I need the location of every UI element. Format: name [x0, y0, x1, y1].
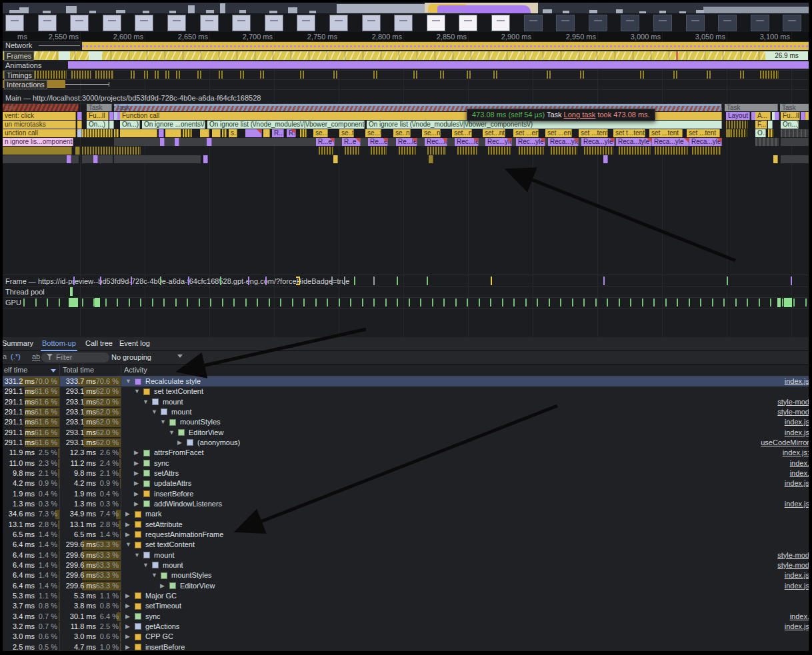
source-link[interactable]: index.js: [785, 377, 809, 385]
source-link[interactable]: index.: [790, 459, 809, 467]
tab-event-log[interactable]: Event log: [118, 337, 151, 350]
collapse-arrow-icon[interactable]: ▼: [143, 398, 149, 405]
cpu-overview-strip[interactable]: [3, 3, 809, 13]
source-link[interactable]: index.js: [785, 479, 809, 487]
expand-arrow-icon[interactable]: ▶: [134, 480, 139, 486]
filmstrip-thumbnail[interactable]: [718, 15, 737, 31]
flame-recalculate-style[interactable]: Rec...le: [425, 138, 447, 146]
flame-recalculate-style[interactable]: Rec...le: [455, 138, 479, 146]
source-link[interactable]: index.: [790, 469, 809, 477]
tab-summary[interactable]: Summary: [3, 337, 35, 350]
flame-event[interactable]: [175, 138, 179, 146]
table-row[interactable]: 291.1 ms61.6 %293.1 ms62.0 %▼EditorViewi…: [3, 428, 809, 438]
flame-event-nignorelisomponents[interactable]: n ignore lis...omponents\/): [3, 138, 73, 146]
flame-event[interactable]: [429, 155, 433, 163]
collapse-arrow-icon[interactable]: ▼: [160, 418, 166, 425]
flame-event[interactable]: [77, 129, 82, 137]
table-row[interactable]: 6.4 ms1.4 %299.6 ms63.3 %▼mountstyle-mod: [3, 550, 809, 560]
flame-event-a[interactable]: A...: [755, 112, 771, 120]
flame-set-textcontent[interactable]: se..nt: [393, 129, 411, 137]
grouping-select[interactable]: No grouping: [111, 353, 151, 361]
table-row[interactable]: 3.7 ms0.8 %3.8 ms0.8 %▶setTimeout: [3, 601, 809, 611]
filmstrip-thumbnail[interactable]: [751, 15, 769, 31]
flame-event[interactable]: [109, 112, 114, 120]
flame-event[interactable]: [114, 147, 141, 155]
flame-event-st[interactable]: s...t: [229, 129, 237, 137]
source-link[interactable]: style-mod: [777, 561, 809, 569]
filmstrip-thumbnail[interactable]: [459, 15, 477, 31]
expand-arrow-icon[interactable]: ▶: [134, 460, 139, 466]
thread-pool-activity[interactable]: [70, 287, 73, 296]
flame-event[interactable]: [114, 155, 201, 163]
flame-event[interactable]: [263, 129, 270, 137]
filmstrip-thumbnail[interactable]: [686, 15, 705, 31]
table-row[interactable]: 1.3 ms0.3 %1.3 ms0.3 %▶addWindowListener…: [3, 499, 809, 509]
table-row[interactable]: 3.0 ms0.6 %3.0 ms0.6 %▶CPP GC: [3, 632, 809, 642]
flame-event[interactable]: [300, 129, 307, 137]
expand-arrow-icon[interactable]: ▶: [177, 439, 182, 446]
flame-event-full[interactable]: Fu...ll: [781, 112, 800, 120]
flame-set-textcontent[interactable]: se...t: [313, 129, 328, 137]
table-row[interactable]: 291.1 ms61.6 %293.1 ms62.0 %▼set textCon…: [3, 386, 809, 396]
table-row[interactable]: 4.2 ms0.9 %4.2 ms0.9 %▶updateAttrsindex.…: [3, 478, 809, 488]
flame-event-ventclick[interactable]: vent: click: [3, 112, 76, 120]
filmstrip-thumbnail[interactable]: [589, 15, 607, 31]
table-row[interactable]: 1.9 ms0.4 %1.9 ms0.4 %▶insertBefore: [3, 489, 809, 499]
flame-event[interactable]: [212, 129, 221, 137]
expand-arrow-icon[interactable]: ▶: [134, 500, 139, 507]
expand-arrow-icon[interactable]: ▶: [125, 623, 130, 630]
table-row[interactable]: 6.5 ms1.4 %6.5 ms1.4 %▶requestAnimationF…: [3, 530, 809, 540]
table-row[interactable]: 6.4 ms1.4 %299.6 ms63.3 %▼set textConten…: [3, 540, 809, 550]
filmstrip-thumbnail[interactable]: [135, 15, 153, 31]
regex-icon[interactable]: (.*): [11, 352, 21, 360]
expand-arrow-icon[interactable]: ▶: [134, 449, 139, 456]
collapse-arrow-icon[interactable]: ▼: [125, 378, 131, 384]
source-link[interactable]: index.: [790, 612, 809, 620]
filmstrip-thumbnail[interactable]: [556, 15, 575, 31]
table-row[interactable]: 331.2 ms70.0 %333.7 ms70.6 %▼Recalculate…: [3, 376, 809, 386]
flame-event[interactable]: [159, 129, 164, 137]
flame-set-textcontent[interactable]: se...t: [365, 129, 381, 137]
flame-set-textcontent[interactable]: set t...tent: [613, 129, 645, 137]
flame-recalculate-style[interactable]: Reca...tyle: [616, 138, 652, 146]
table-row[interactable]: 5.3 ms1.1 %5.3 ms1.1 %▶Major GC: [3, 591, 809, 601]
collapse-arrow-icon[interactable]: ▼: [134, 552, 140, 558]
source-link[interactable]: useCodeMirror: [761, 438, 809, 446]
flame-event-o[interactable]: O...: [755, 129, 766, 137]
source-link[interactable]: style-mod: [777, 551, 809, 559]
flame-event[interactable]: [165, 129, 181, 137]
match-word-icon[interactable]: ab: [32, 352, 40, 360]
flame-event[interactable]: [603, 155, 608, 163]
flame-event[interactable]: [781, 138, 809, 146]
expand-arrow-icon[interactable]: ▶: [125, 633, 130, 640]
tab-call-tree[interactable]: Call tree: [84, 337, 114, 350]
flame-set-textcontent[interactable]: set ...ent: [513, 129, 539, 137]
flame-set-textcontent[interactable]: set ...tent: [687, 129, 720, 137]
collapse-arrow-icon[interactable]: ▼: [151, 408, 157, 415]
frames-track[interactable]: [3, 51, 765, 60]
collapse-arrow-icon[interactable]: ▼: [151, 572, 157, 578]
table-row[interactable]: 13.1 ms2.8 %13.1 ms2.8 %▶setAttribute: [3, 520, 809, 530]
filmstrip-thumbnail[interactable]: [524, 15, 543, 31]
flame-event[interactable]: [82, 129, 113, 137]
source-link[interactable]: index.js: [785, 500, 809, 508]
expand-arrow-icon[interactable]: ▶: [125, 510, 130, 517]
table-row[interactable]: 6.4 ms1.4 %299.6 ms63.3 %▼mountstyle-mod: [3, 560, 809, 570]
source-link[interactable]: style-mod: [777, 408, 809, 416]
flame-event[interactable]: [781, 155, 809, 163]
filmstrip-thumbnail[interactable]: [103, 15, 121, 31]
flame-event[interactable]: [781, 129, 809, 137]
table-row[interactable]: 9.8 ms2.1 %9.8 ms2.1 %▶setAttrsindex.: [3, 468, 809, 478]
flame-event-task[interactable]: Task: [725, 104, 778, 111]
source-link[interactable]: index.js: [785, 571, 809, 579]
source-link[interactable]: index.js: [785, 582, 809, 590]
flame-event-layout[interactable]: Layout: [726, 112, 750, 120]
flame-recalculate-style[interactable]: Re...le: [396, 138, 417, 146]
screenshot-filmstrip[interactable]: [3, 13, 809, 32]
expand-arrow-icon[interactable]: ▶: [125, 521, 130, 528]
flame-set-textcontent[interactable]: set ...ent: [545, 129, 572, 137]
flame-recalculate-style[interactable]: Reca...yle: [652, 138, 689, 146]
flame-event-ask[interactable]: ask: [3, 104, 79, 111]
table-row[interactable]: 6.4 ms1.4 %299.6 ms63.3 %▶EditorViewinde…: [3, 581, 809, 591]
filmstrip-thumbnail[interactable]: [297, 15, 315, 31]
